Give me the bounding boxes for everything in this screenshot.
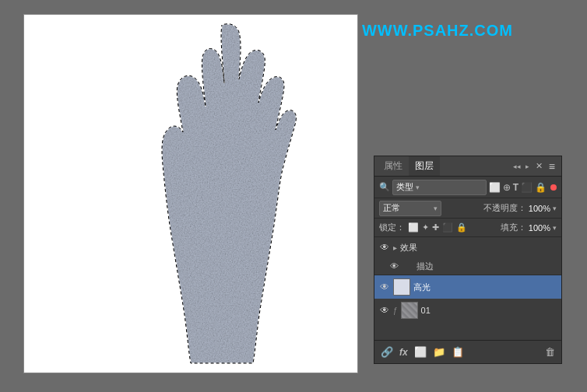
lock-label: 锁定： [379,222,405,233]
panel-close-button[interactable]: ✕ [533,160,546,172]
filter-pixel-icon[interactable]: ⬜ [489,182,501,193]
panel-collapse-left[interactable]: ◂◂ [511,162,522,171]
layers-list: 👁 ▸ 效果 👁 描边 👁 高光 👁 ƒ 01 [374,237,561,340]
lock-image-icon[interactable]: ✦ [422,222,429,233]
blend-opacity-row: 正常 ▾ 不透明度： 100% ▾ [374,198,561,219]
tab-properties[interactable]: 属性 [378,156,409,176]
stone-layer-name: 01 [421,306,431,315]
highlight-eye-icon[interactable]: 👁 [379,282,390,292]
stroke-effect-name: 描边 [417,261,434,272]
lock-artboard-icon[interactable]: ⬛ [442,222,453,233]
highlight-layer-row[interactable]: 👁 高光 [374,275,561,299]
blend-dropdown-arrow: ▾ [434,205,438,212]
filter-type-select[interactable]: 类型 ▾ [392,180,487,195]
panel-bottom-toolbar: 🔗 fx ⬜ 📁 📋 🗑 [374,340,561,363]
stroke-effect-row[interactable]: 👁 描边 [374,257,561,275]
highlight-thumbnail [393,278,410,296]
filter-active-dot [550,184,557,191]
watermark: WWW.PSAHZ.COM [362,22,513,40]
effects-group-name: 效果 [400,242,417,254]
opacity-value[interactable]: 100% [529,204,550,213]
stone-layer-row[interactable]: 👁 ƒ 01 [374,299,561,322]
effects-group: 👁 ▸ 效果 👁 描边 [374,237,561,275]
layer-mask-icon[interactable]: ⬜ [414,346,427,358]
panel-tabs: 属性 图层 ◂◂ ▸ ✕ ≡ [374,156,561,177]
opacity-label: 不透明度： [483,202,526,214]
opacity-dropdown-arrow[interactable]: ▾ [553,205,557,212]
filter-smart-icon[interactable]: 🔒 [535,182,547,193]
fill-label: 填充： [501,222,526,233]
link-layers-icon[interactable]: 🔗 [381,346,393,358]
layers-panel: 属性 图层 ◂◂ ▸ ✕ ≡ 🔍 类型 ▾ ⬜ ⊕ T ⬛ 🔒 正常 ▾ 不 [374,156,562,364]
effects-group-row[interactable]: 👁 ▸ 效果 [374,237,561,257]
lock-position-icon[interactable]: ✚ [432,222,439,233]
new-group-icon[interactable]: 📁 [433,346,445,358]
lock-transparent-icon[interactable]: ⬜ [408,222,419,233]
hand-svg [140,17,304,367]
stone-thumbnail [401,302,418,319]
layer-link-icon: ƒ [393,306,398,315]
panel-menu-icon[interactable]: ≡ [546,160,558,173]
blend-mode-select[interactable]: 正常 ▾ [379,201,441,216]
effects-eye-icon[interactable]: 👁 [379,242,390,253]
fill-dropdown-arrow[interactable]: ▾ [553,224,557,232]
panel-collapse-right[interactable]: ▸ [524,162,531,171]
lock-all-icon[interactable]: 🔒 [456,222,467,233]
stone-eye-icon[interactable]: 👁 [379,305,390,316]
highlight-layer-name: 高光 [413,282,431,293]
new-layer-icon[interactable]: 📋 [452,346,464,358]
fill-value[interactable]: 100% [529,223,550,233]
delete-layer-icon[interactable]: 🗑 [545,346,555,358]
filter-adjustment-icon[interactable]: ⊕ [503,182,511,193]
filter-dropdown-arrow: ▾ [416,184,420,191]
lock-fill-row: 锁定： ⬜ ✦ ✚ ⬛ 🔒 填充： 100% ▾ [374,219,561,237]
tab-layers[interactable]: 图层 [409,156,440,176]
effects-group-arrow: ▸ [393,243,397,252]
filter-type-icon[interactable]: T [513,182,518,193]
search-icon: 🔍 [379,182,390,192]
stroke-eye-icon[interactable]: 👁 [390,261,401,271]
layer-effects-icon[interactable]: fx [399,347,408,358]
filter-bar: 🔍 类型 ▾ ⬜ ⊕ T ⬛ 🔒 [374,177,561,198]
filter-shape-icon[interactable]: ⬛ [521,182,533,193]
